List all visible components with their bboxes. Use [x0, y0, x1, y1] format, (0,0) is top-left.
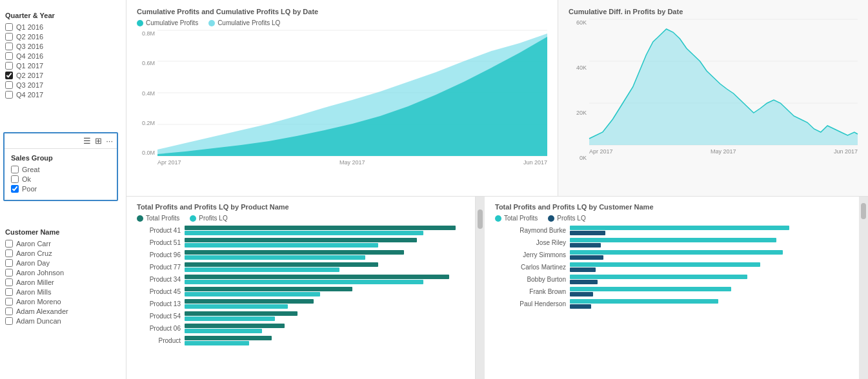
profits-lq-bar — [570, 255, 603, 260]
bar-group — [570, 262, 760, 272]
total-profits-bar — [185, 336, 272, 340]
bar-row-jerry: Jerry Simmons — [495, 250, 849, 260]
bar-group — [570, 226, 789, 235]
bar-label: Bobby Burton — [495, 276, 566, 283]
bar-row-product54: Product 54 — [137, 311, 465, 321]
legend-total-profits-customer: Total Profits — [495, 215, 538, 222]
customer-item[interactable]: Aaron Johnson — [5, 269, 121, 277]
customer-item[interactable]: Aaron Miller — [5, 278, 121, 286]
bar-group — [570, 275, 747, 284]
legend-cumulative-profits-lq: Cumulative Profits LQ — [208, 19, 280, 26]
quarter-item-q2-2017[interactable]: Q2 2017 — [5, 72, 121, 79]
bar-row-product06: Product 06 — [137, 324, 465, 333]
bar-group — [570, 287, 731, 296]
bar-label: Paul Henderson — [495, 300, 566, 307]
quarter-item[interactable]: Q3 2016 — [5, 43, 121, 50]
filter-popup-title: Sales Group — [11, 154, 110, 162]
bar-label: Jerry Simmons — [495, 251, 566, 258]
customer-bar-chart: Raymond Burke Jose Riley — [495, 226, 849, 309]
total-profits-bar — [185, 226, 456, 230]
bar-label: Product 41 — [137, 227, 181, 234]
legend-label: Total Profits — [504, 215, 538, 222]
charts-top-row: Cumulative Profits and Cumulative Profit… — [126, 0, 868, 197]
customer-item[interactable]: Aaron Carr — [5, 240, 121, 248]
total-profits-bar — [570, 299, 718, 304]
dashboard: Quarter & Year Q1 2016 Q2 2016 Q3 2016 Q… — [0, 0, 868, 379]
legend-dot — [137, 215, 143, 222]
bar-group — [185, 299, 314, 309]
expand-icon[interactable]: ⊞ — [95, 136, 102, 146]
bar-label: Product 51 — [137, 239, 181, 246]
quarter-item[interactable]: Q1 2016 — [5, 23, 121, 31]
customer-item[interactable]: Aaron Moreno — [5, 298, 121, 306]
quarter-item[interactable]: Q1 2017 — [5, 62, 121, 70]
total-profits-bar — [185, 238, 417, 242]
x-axis-labels-right: Apr 2017 May 2017 Jun 2017 — [589, 148, 858, 155]
diff-chart-svg — [589, 19, 858, 145]
customer-item[interactable]: Adam Alexander — [5, 307, 121, 315]
total-profits-bar — [185, 275, 449, 279]
quarter-list: Q1 2016 Q2 2016 Q3 2016 Q4 2016 Q1 2017 … — [5, 23, 121, 99]
filter-popup: ☰ ⊞ ··· Sales Group Great Ok Poor — [3, 132, 118, 201]
total-profits-bar — [185, 250, 404, 255]
more-icon[interactable]: ··· — [106, 136, 113, 146]
total-profits-bar — [185, 324, 285, 328]
total-profits-bar — [185, 299, 314, 304]
profits-lq-bar — [185, 329, 262, 333]
bar-group — [185, 311, 298, 321]
total-profits-bar — [185, 262, 378, 267]
legend-profits-lq: Profits LQ — [190, 215, 227, 222]
quarter-item[interactable]: Q4 2017 — [5, 91, 121, 99]
bar-label: Raymond Burke — [495, 227, 566, 234]
bar-label: Product — [137, 337, 181, 344]
total-profits-bar — [570, 275, 747, 279]
filter-ok[interactable]: Ok — [11, 175, 110, 183]
legend-dot — [495, 215, 501, 222]
bar-row-jose: Jose Riley — [495, 238, 849, 248]
bar-group — [185, 262, 378, 272]
area-chart-container: Apr 2017 May 2017 Jun 2017 — [157, 30, 547, 156]
hamburger-icon[interactable]: ☰ — [83, 136, 91, 146]
main-content: Cumulative Profits and Cumulative Profit… — [126, 0, 868, 379]
bar-row-product51: Product 51 — [137, 238, 465, 248]
total-profits-bar — [570, 287, 731, 291]
x-axis-labels: Apr 2017 May 2017 Jun 2017 — [157, 159, 547, 166]
profits-lq-bar — [185, 243, 378, 248]
filter-great[interactable]: Great — [11, 166, 110, 173]
bar-row-product96: Product 96 — [137, 250, 465, 260]
scroll-thumb[interactable] — [478, 209, 483, 229]
right-scroll-thumb[interactable] — [861, 203, 866, 219]
bar-label: Carlos Martinez — [495, 264, 566, 271]
bar-row-paul: Paul Henderson — [495, 299, 849, 309]
bar-row-product45: Product 45 — [137, 287, 465, 296]
product-chart-title: Total Profits and Profits LQ by Product … — [137, 203, 465, 211]
legend-dot — [548, 215, 554, 222]
charts-bottom-row: Total Profits and Profits LQ by Product … — [126, 197, 868, 379]
bar-group — [185, 287, 352, 296]
quarter-item[interactable]: Q4 2016 — [5, 52, 121, 60]
customer-item[interactable]: Aaron Day — [5, 259, 121, 267]
sidebar: Quarter & Year Q1 2016 Q2 2016 Q3 2016 Q… — [0, 0, 126, 379]
customer-item[interactable]: Aaron Cruz — [5, 249, 121, 257]
legend-dot — [208, 20, 215, 26]
quarter-item[interactable]: Q2 2016 — [5, 33, 121, 41]
bar-label: Product 96 — [137, 251, 181, 258]
filter-poor[interactable]: Poor — [11, 185, 110, 193]
product-bar-chart: Product 41 Product 51 — [137, 226, 465, 345]
legend-label: Profits LQ — [199, 215, 227, 222]
bar-label: Product 45 — [137, 288, 181, 295]
bar-label: Frank Brown — [495, 288, 566, 295]
bar-row-product77: Product 77 — [137, 262, 465, 272]
bar-group — [185, 324, 285, 333]
scroll-divider — [476, 197, 485, 379]
bar-group — [570, 299, 718, 309]
profits-lq-bar — [570, 292, 593, 296]
legend-label: Cumulative Profits LQ — [217, 19, 280, 26]
filter-popup-content: Sales Group Great Ok Poor — [5, 149, 117, 193]
customer-item[interactable]: Aaron Mills — [5, 288, 121, 296]
customer-item[interactable]: Adam Duncan — [5, 317, 121, 325]
line-chart-container: Apr 2017 May 2017 Jun 2017 — [589, 19, 858, 161]
legend-profits-lq-customer: Profits LQ — [548, 215, 585, 222]
profits-lq-bar — [570, 243, 601, 248]
quarter-item[interactable]: Q3 2017 — [5, 81, 121, 89]
